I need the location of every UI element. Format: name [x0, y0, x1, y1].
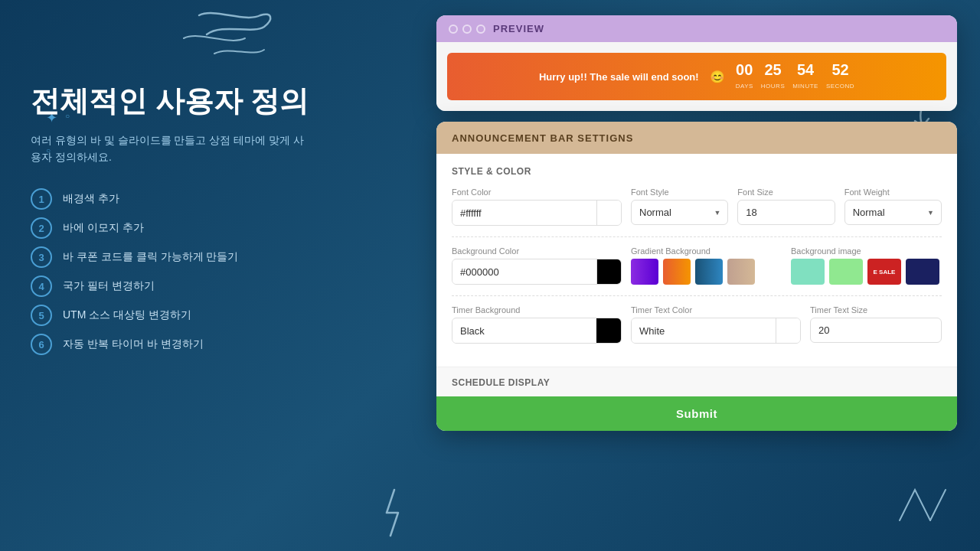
- divider-2: [452, 295, 942, 296]
- left-panel: 전체적인 사용자 정의 여러 유형의 바 및 슬라이드를 만들고 상점 테마에 …: [31, 23, 360, 355]
- font-weight-label: Font Weight: [844, 187, 942, 197]
- bg-image-teal[interactable]: [791, 259, 825, 285]
- bg-image-options: E SALE: [791, 259, 942, 285]
- page-title: 전체적인 사용자 정의: [31, 84, 360, 119]
- font-style-group: Font Style Normal Bold Italic: [631, 187, 728, 226]
- settings-header: ANNOUNCEMENT BAR SETTIGNS: [436, 122, 957, 154]
- feature-item-5: 5 UTM 소스 대상팅 변경하기: [31, 305, 360, 326]
- timer-second: 52 SECOND: [826, 62, 854, 91]
- bg-image-group: Background image E SALE: [791, 246, 942, 285]
- timer-text-size-label: Timer Text Size: [810, 305, 942, 315]
- font-color-row: [452, 200, 622, 226]
- feature-number-3: 3: [31, 246, 52, 268]
- gradient-options: [631, 259, 782, 285]
- bg-color-group: Background Color: [452, 246, 622, 285]
- submit-button[interactable]: Submit: [436, 396, 957, 431]
- window-dots: [449, 24, 485, 34]
- timer-text-size-group: Timer Text Size: [810, 305, 942, 344]
- deco-bottom-left: [375, 482, 413, 543]
- font-color-group: Font Color: [452, 187, 622, 226]
- gradient-swatch-blue[interactable]: [695, 259, 723, 285]
- font-weight-select[interactable]: Normal Bold Light: [844, 200, 942, 225]
- bg-color-input[interactable]: [452, 260, 596, 284]
- window-dot-2: [462, 24, 472, 34]
- feature-number-4: 4: [31, 276, 52, 297]
- timer-hours-value: 25: [761, 62, 785, 77]
- window-dot-3: [476, 24, 485, 34]
- settings-panel: ANNOUNCEMENT BAR SETTIGNS STYLE & COLOR …: [436, 122, 957, 431]
- font-style-label: Font Style: [631, 187, 728, 197]
- font-style-select[interactable]: Normal Bold Italic: [631, 200, 728, 225]
- announcement-bar: Hurry up!! The sale will end soon! 😊 00 …: [447, 53, 946, 100]
- bg-image-label: Background image: [791, 246, 942, 256]
- announcement-emoji: 😊: [710, 70, 725, 84]
- bg-color-swatch[interactable]: [596, 259, 621, 284]
- gradient-swatch-purple[interactable]: [631, 259, 658, 285]
- page-subtitle: 여러 유형의 바 및 슬라이드를 만들고 상점 테마에 맞게 사용자 정의하세요…: [31, 132, 306, 166]
- timer-hours-label: HOURS: [761, 83, 785, 90]
- font-color-input[interactable]: [452, 201, 596, 225]
- announcement-text: Hurry up!! The sale will end soon!: [539, 71, 699, 83]
- preview-header: PREVIEW: [436, 15, 957, 42]
- timer-bg-label: Timer Background: [452, 305, 622, 315]
- feature-label-2: 바에 이모지 추가: [63, 221, 144, 235]
- font-color-swatch[interactable]: [596, 201, 621, 225]
- preview-content: Hurry up!! The sale will end soon! 😊 00 …: [436, 42, 957, 111]
- divider-1: [452, 236, 942, 237]
- bg-image-dark[interactable]: [906, 259, 939, 285]
- preview-label: PREVIEW: [493, 23, 544, 34]
- bg-settings-row: Background Color Gradient Background: [452, 246, 942, 285]
- timer-bg-input[interactable]: [452, 319, 596, 343]
- font-size-label: Font Size: [737, 187, 835, 197]
- feature-number-6: 6: [31, 334, 52, 355]
- font-weight-wrapper: Normal Bold Light: [844, 200, 942, 225]
- timer-text-color-swatch[interactable]: [776, 318, 800, 343]
- timer-text-size-input[interactable]: [810, 318, 942, 343]
- timer-minute: 54 MINUTE: [792, 62, 818, 91]
- timer-minute-label: MINUTE: [792, 83, 818, 90]
- preview-window: PREVIEW Hurry up!! The sale will end soo…: [436, 15, 957, 111]
- feature-number-1: 1: [31, 188, 52, 210]
- bg-image-green[interactable]: [829, 259, 863, 285]
- font-weight-group: Font Weight Normal Bold Light: [844, 187, 942, 226]
- timer-hours: 25 HOURS: [761, 62, 785, 91]
- feature-item-3: 3 바 쿠폰 코드를 클릭 가능하게 만들기: [31, 246, 360, 268]
- feature-number-5: 5: [31, 305, 52, 326]
- feature-item-1: 1 배경색 추가: [31, 188, 360, 210]
- font-size-input[interactable]: [737, 200, 835, 225]
- timer-bg-group: Timer Background: [452, 305, 622, 344]
- feature-label-1: 배경색 추가: [63, 192, 119, 206]
- feature-label-4: 국가 필터 변경하기: [63, 279, 155, 293]
- gradient-label: Gradient Background: [631, 246, 782, 256]
- timer-second-value: 52: [826, 62, 854, 77]
- font-settings-row: Font Color Font Style Normal Bold Italic: [452, 187, 942, 226]
- gradient-swatch-orange[interactable]: [663, 259, 691, 285]
- timer-text-color-label: Timer Text Color: [631, 305, 801, 315]
- window-dot-1: [449, 24, 458, 34]
- timer-bg-row: [452, 318, 622, 344]
- feature-label-3: 바 쿠폰 코드를 클릭 가능하게 만들기: [63, 250, 238, 264]
- schedule-section: SCHEDULE DISPLAY: [436, 367, 957, 396]
- bg-image-sale[interactable]: E SALE: [867, 259, 901, 285]
- timer-settings-row: Timer Background Timer Text Color Timer …: [452, 305, 942, 344]
- font-size-group: Font Size: [737, 187, 835, 226]
- gradient-swatch-tan[interactable]: [727, 259, 755, 285]
- timer-bg-swatch[interactable]: [596, 318, 621, 343]
- timer-days-label: DAYS: [736, 83, 753, 90]
- font-color-label: Font Color: [452, 187, 622, 197]
- right-panel: PREVIEW Hurry up!! The sale will end soo…: [436, 15, 957, 431]
- feature-item-6: 6 자동 반복 타이머 바 변경하기: [31, 334, 360, 355]
- timer-minute-value: 54: [792, 62, 818, 77]
- feature-label-5: UTM 소스 대상팅 변경하기: [63, 308, 191, 322]
- timer-second-label: SECOND: [826, 83, 854, 90]
- settings-body: STYLE & COLOR Font Color Font Style Norm…: [436, 154, 957, 367]
- feature-number-2: 2: [31, 217, 52, 239]
- timer-text-color-input[interactable]: [632, 319, 776, 343]
- timer-text-color-row: [631, 318, 801, 344]
- bg-color-row: [452, 259, 622, 285]
- feature-item-2: 2 바에 이모지 추가: [31, 217, 360, 239]
- schedule-label: SCHEDULE DISPLAY: [452, 377, 550, 388]
- timer-display: 00 DAYS 25 HOURS 54 MINUTE 52 SECOND: [736, 62, 855, 91]
- feature-label-6: 자동 반복 타이머 바 변경하기: [63, 337, 204, 351]
- timer-days-value: 00: [736, 62, 753, 77]
